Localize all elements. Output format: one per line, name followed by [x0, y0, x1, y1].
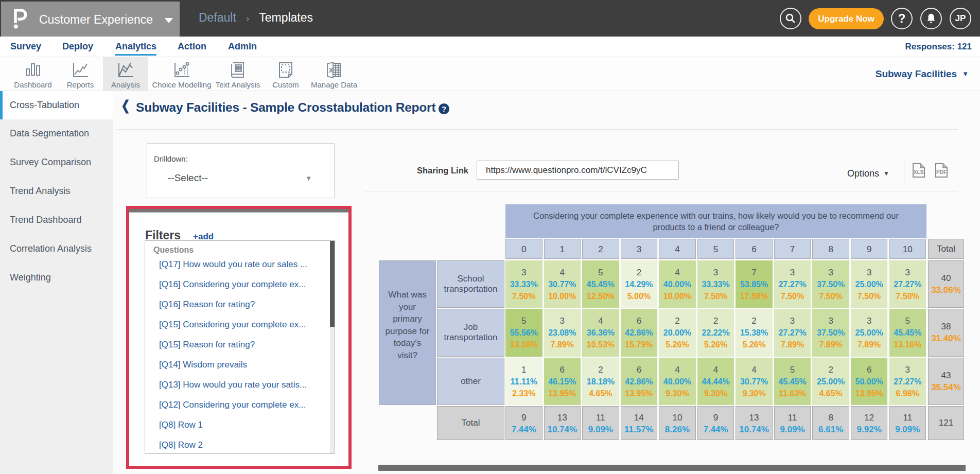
svg-text:PDF: PDF: [936, 169, 947, 175]
svg-text:X: X: [329, 66, 334, 74]
svg-text:XLS: XLS: [914, 169, 924, 175]
